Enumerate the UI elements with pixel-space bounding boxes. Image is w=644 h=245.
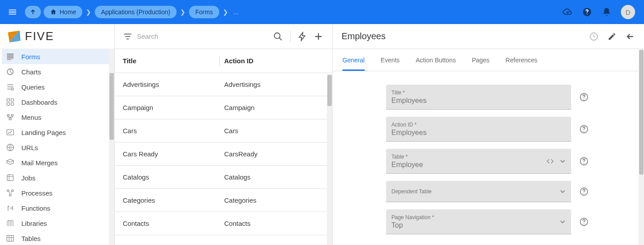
- arrow-left-icon: [625, 32, 635, 41]
- breadcrumb-up-button[interactable]: [25, 6, 41, 18]
- nav-list: FormsChartsQueriesDashboardsMenusLanding…: [0, 49, 114, 245]
- help-title[interactable]: [579, 92, 589, 102]
- table-value: Employee: [391, 161, 566, 169]
- table-row[interactable]: ContactsContacts: [115, 212, 327, 235]
- breadcrumb-home[interactable]: Home: [44, 6, 82, 18]
- divider: [290, 31, 290, 42]
- breadcrumb-applications[interactable]: Applications (Production): [95, 6, 177, 18]
- sidebar-item-tables[interactable]: Tables: [0, 231, 114, 245]
- page-nav-field[interactable]: Page Navigation * Top: [386, 209, 571, 234]
- sidebar-item-forms[interactable]: Forms: [2, 49, 113, 64]
- tab-pages[interactable]: Pages: [472, 49, 490, 71]
- cell-title: Contacts: [123, 220, 220, 227]
- help-circle-icon: [579, 156, 589, 166]
- search-button[interactable]: [272, 31, 284, 42]
- sidebar-item-mail-merges[interactable]: Mail Merges: [0, 155, 114, 170]
- table-row[interactable]: AdvertisingsAdvertisings: [115, 73, 327, 96]
- sidebar-item-charts[interactable]: Charts: [0, 64, 114, 79]
- sidebar-scrollbar[interactable]: [109, 49, 114, 245]
- action-id-field[interactable]: Action ID * Employees: [386, 117, 571, 142]
- search-input[interactable]: [137, 33, 268, 40]
- cell-action-id: Cars: [220, 127, 319, 135]
- sidebar-item-libraries[interactable]: Libraries: [0, 216, 114, 231]
- tab-references[interactable]: References: [506, 49, 538, 71]
- hamburger-button[interactable]: [4, 4, 20, 20]
- chevron-down-icon[interactable]: [559, 157, 567, 165]
- table-field[interactable]: Table * Employee: [386, 149, 571, 174]
- nav-icon: [5, 143, 15, 152]
- breadcrumb-home-label: Home: [60, 8, 76, 16]
- cloud-sync-button[interactable]: [562, 7, 573, 17]
- add-button[interactable]: [313, 31, 324, 42]
- breadcrumb-forms[interactable]: Forms: [189, 6, 219, 18]
- chevron-down-icon[interactable]: [559, 188, 567, 196]
- help-page-nav[interactable]: [579, 217, 589, 227]
- list-scrollbar[interactable]: [327, 74, 332, 245]
- back-button[interactable]: [625, 32, 635, 41]
- sidebar-item-dashboards[interactable]: Dashboards: [0, 94, 114, 110]
- help-action-id[interactable]: [579, 124, 589, 134]
- svg-rect-17: [9, 118, 12, 120]
- sidebar-item-label: Libraries: [21, 220, 47, 227]
- sidebar-item-menus[interactable]: Menus: [0, 110, 114, 125]
- filter-button[interactable]: [123, 32, 133, 41]
- column-title[interactable]: Title: [123, 57, 220, 65]
- sidebar-item-queries[interactable]: Queries: [0, 79, 114, 94]
- column-divider: [219, 56, 220, 66]
- sidebar-scrollbar-thumb[interactable]: [109, 73, 114, 140]
- chevron-down-icon[interactable]: [559, 218, 567, 226]
- table-row[interactable]: CategoriesCategories: [115, 189, 327, 212]
- sidebar-item-urls[interactable]: URLs: [0, 140, 114, 155]
- help-button[interactable]: [582, 7, 592, 17]
- edit-button[interactable]: [608, 32, 616, 41]
- quick-action-button[interactable]: [297, 31, 308, 42]
- sidebar: FIVE FormsChartsQueriesDashboardsMenusLa…: [0, 24, 115, 245]
- cell-action-id: Campaign: [220, 104, 319, 111]
- svg-point-23: [9, 194, 11, 196]
- table-row[interactable]: CampaignCampaign: [115, 96, 327, 119]
- history-button[interactable]: [589, 32, 599, 41]
- help-circle-icon: [579, 124, 589, 134]
- help-circle-icon: [579, 187, 589, 196]
- user-avatar[interactable]: D: [621, 5, 635, 19]
- dependent-table-field[interactable]: Dependent Table: [386, 181, 571, 202]
- tab-general[interactable]: General: [342, 49, 365, 71]
- help-table[interactable]: [579, 156, 589, 166]
- breadcrumb-overflow[interactable]: ...: [232, 8, 239, 16]
- sidebar-item-label: Processes: [21, 189, 52, 197]
- table-row[interactable]: Cars ReadyCarsReady: [115, 143, 327, 166]
- plus-icon: [314, 32, 323, 41]
- topbar: Home ❯ Applications (Production) ❯ Forms…: [0, 0, 644, 24]
- column-action-id[interactable]: Action ID: [220, 57, 324, 65]
- sidebar-item-processes[interactable]: Processes: [0, 185, 114, 200]
- detail-scrollbar-thumb[interactable]: [639, 50, 644, 175]
- sidebar-item-label: URLs: [21, 144, 38, 151]
- sidebar-item-landing-pages[interactable]: Landing Pages: [0, 125, 114, 140]
- nav-icon: [5, 127, 15, 137]
- list-scrollbar-thumb[interactable]: [327, 75, 332, 106]
- lightning-icon: [298, 32, 307, 41]
- detail-scrollbar[interactable]: [639, 49, 644, 245]
- breadcrumb: Home ❯ Applications (Production) ❯ Forms…: [25, 6, 238, 18]
- arrow-up-icon: [29, 8, 36, 16]
- home-icon: [50, 8, 57, 16]
- tab-action-buttons[interactable]: Action Buttons: [416, 49, 456, 71]
- sidebar-item-functions[interactable]: Functions: [0, 200, 114, 216]
- notifications-button[interactable]: [601, 7, 612, 17]
- svg-rect-13: [7, 103, 10, 106]
- page-nav-icons: [559, 218, 567, 226]
- sidebar-item-label: Tables: [21, 235, 40, 242]
- svg-rect-24: [7, 235, 14, 241]
- help-dependent-table[interactable]: [579, 187, 589, 196]
- brand-mark-icon: [5, 28, 22, 45]
- table-row[interactable]: CatalogsCatalogs: [115, 166, 327, 189]
- code-icon[interactable]: [546, 157, 554, 165]
- table-row[interactable]: CarsCars: [115, 119, 327, 143]
- nav-icon: [5, 218, 15, 228]
- tab-events[interactable]: Events: [381, 49, 400, 71]
- chevron-right-icon: ❯: [222, 8, 229, 16]
- topbar-left: Home ❯ Applications (Production) ❯ Forms…: [4, 4, 238, 20]
- title-field[interactable]: Title * Employees: [386, 85, 571, 110]
- bell-icon: [602, 7, 612, 17]
- sidebar-item-jobs[interactable]: Jobs: [0, 170, 114, 185]
